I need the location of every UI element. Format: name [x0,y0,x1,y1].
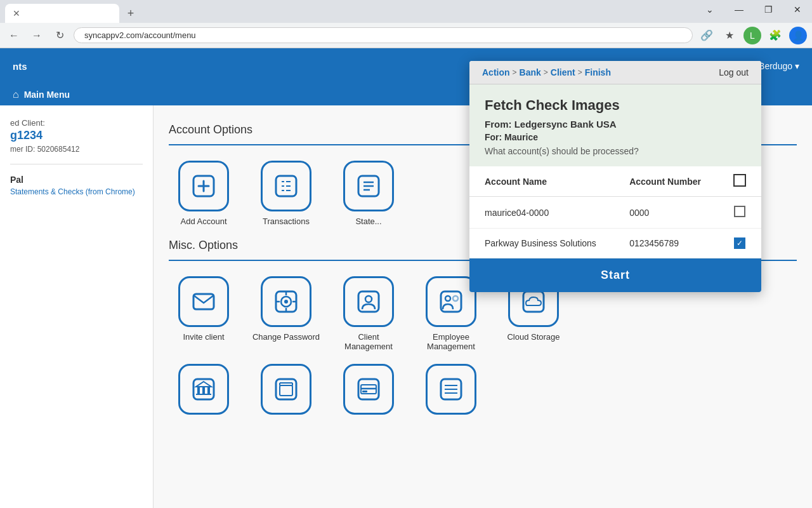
box-option[interactable] [251,364,321,420]
change-password-icon [261,276,311,327]
col-account-name: Account Name [469,166,614,197]
col-select-all[interactable] [718,166,761,197]
transactions-label: Transactions [263,217,310,226]
table-row: maurice04-0000 0000 [469,197,761,229]
popup-nav: Action > Bank > Client > Finish Log out [469,61,761,84]
list-option[interactable] [416,364,486,420]
table-row: Parkway Business Solutions 0123456789 ✓ [469,229,761,258]
popup-question: What account(s) should be processed? [485,146,746,156]
client-name: g1234 [10,129,143,142]
nav-client[interactable]: Client [551,67,575,77]
popup-panel: Action > Bank > Client > Finish Log out … [469,61,761,292]
cloud-storage-label: Cloud Storage [507,332,560,342]
statements-icon [343,161,394,211]
popup-header: Fetch Check Images From: Ledgersync Bank… [469,84,761,166]
svg-point-17 [284,300,288,304]
change-password-option[interactable]: Change Password [251,276,321,351]
popup-for: For: Maurice [485,132,746,142]
svg-rect-42 [362,391,367,392]
back-button[interactable]: ← [5,27,23,44]
checkbox-cell-2[interactable]: ✓ [718,229,761,258]
customer-id: mer ID: 5020685412 [10,145,143,154]
invite-client-icon [178,276,229,327]
statements-option[interactable]: State... [334,161,403,226]
add-account-icon [178,161,229,211]
employee-management-label: Employee Management [416,332,486,351]
invite-client-option[interactable]: Invite client [169,276,239,351]
col-account-number: Account Number [614,166,718,197]
close-button[interactable]: ✕ [783,0,812,19]
svg-point-26 [453,296,458,301]
client-management-label: Client Management [334,332,403,351]
account-name-2: Parkway Business Solutions [469,229,614,258]
nav-bank[interactable]: Bank [520,67,541,77]
browser-tab[interactable]: ✕ [5,4,119,23]
bank-option[interactable] [169,364,239,420]
svg-marker-29 [196,382,211,387]
nav-accounts: nts [13,61,27,72]
client-label: ed Client: [10,118,143,128]
start-button[interactable]: Start [469,258,761,292]
svg-point-23 [365,296,372,302]
sidebar: ed Client: g1234 mer ID: 5020685412 Pal … [0,105,154,508]
profile-button[interactable]: 👤 [789,27,807,44]
transactions-option[interactable]: Transactions [251,161,321,226]
invite-client-label: Invite client [183,332,224,342]
browser-chevron[interactable]: ⌄ [695,0,724,19]
box-icon [261,364,311,415]
account-checkbox-2[interactable]: ✓ [734,237,745,249]
account-checkbox-1[interactable] [734,206,745,217]
transactions-icon [261,161,311,211]
share-icon[interactable]: 🔗 [698,27,716,44]
new-tab-button[interactable]: + [122,4,140,22]
puzzle-icon[interactable]: 🧩 [766,27,784,44]
popup-title: Fetch Check Images [485,97,746,114]
forward-button[interactable]: → [28,27,46,44]
svg-rect-31 [202,387,205,394]
account-number-1: 0000 [614,197,718,229]
popup-from: From: Ledgersync Bank USA [485,119,746,130]
checkbox-cell-1[interactable] [718,197,761,229]
account-name: Pal [10,175,143,185]
change-password-label: Change Password [252,332,320,342]
tab-close-icon[interactable]: ✕ [13,8,20,18]
svg-rect-32 [207,387,210,394]
home-icon: ⌂ [13,89,19,100]
svg-rect-30 [197,387,200,394]
refresh-button[interactable]: ↻ [51,27,69,44]
svg-rect-35 [280,385,292,396]
extension-icon[interactable]: L [743,27,761,44]
statements-label: State... [355,217,381,226]
nav-finish[interactable]: Finish [585,67,611,77]
card-option[interactable] [334,364,403,420]
list-icon [426,364,476,415]
svg-rect-14 [193,294,214,309]
account-name-1: maurice04-0000 [469,197,614,229]
client-management-icon [343,276,394,327]
sidebar-divider [10,164,143,164]
card-icon [343,364,394,415]
svg-rect-24 [441,291,461,312]
add-account-label: Add Account [181,217,227,226]
popup-nav-steps: Action > Bank > Client > Finish [482,67,611,77]
add-account-option[interactable]: Add Account [169,161,239,226]
minimize-button[interactable]: — [724,0,754,19]
svg-rect-34 [276,379,296,399]
client-management-option[interactable]: Client Management [334,276,403,351]
svg-point-25 [445,296,450,301]
breadcrumb-label[interactable]: Main Menu [24,90,70,100]
star-icon[interactable]: ★ [721,27,738,44]
select-all-checkbox[interactable] [733,174,746,187]
maximize-button[interactable]: ❐ [754,0,783,19]
nav-action[interactable]: Action [482,67,510,77]
address-bar[interactable]: syncappv2.com/account/menu [74,27,693,43]
account-number-2: 0123456789 [614,229,718,258]
logout-button[interactable]: Log out [719,67,749,77]
account-table: Account Name Account Number maurice04-00… [469,166,761,258]
bank-icon [178,364,229,415]
employee-management-icon [426,276,476,327]
statements-link[interactable]: Statements & Checks (from Chrome) [10,187,143,196]
bottom-icons-grid [169,364,797,420]
